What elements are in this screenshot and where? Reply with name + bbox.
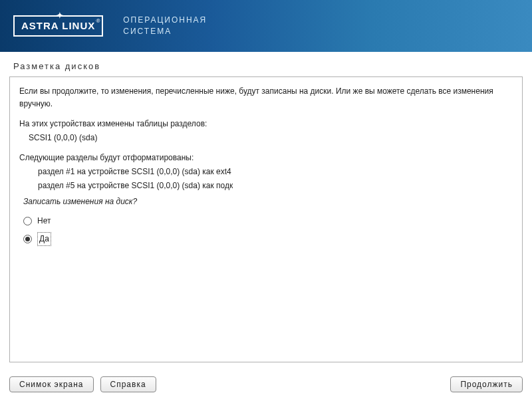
footer: Снимок экрана Справка Продолжить xyxy=(9,376,523,392)
radio-no[interactable]: Нет xyxy=(23,215,513,227)
footer-right: Продолжить xyxy=(450,376,523,392)
intro-text: Если вы продолжите, то изменения, перечи… xyxy=(19,85,513,110)
device-entry: SCSI1 (0,0,0) (sda) xyxy=(19,132,513,144)
subtitle-line1: ОПЕРАЦИОННАЯ xyxy=(123,15,207,26)
partition-entry-1: раздел #1 на устройстве SCSI1 (0,0,0) (s… xyxy=(19,166,513,178)
radio-label-no: Нет xyxy=(37,215,51,227)
radio-group: Нет Да xyxy=(19,215,513,246)
confirm-question: Записать изменения на диск? xyxy=(19,196,513,208)
page-title: Разметка дисков xyxy=(0,52,532,76)
radio-circle-yes xyxy=(23,235,32,243)
registered-icon: ® xyxy=(96,18,100,24)
subtitle-line2: СИСТЕМА xyxy=(123,26,207,37)
radio-label-yes: Да xyxy=(37,232,51,246)
radio-circle-no xyxy=(23,217,32,225)
format-heading: Следующие разделы будут отформатированы: xyxy=(19,152,513,164)
main-panel: Если вы продолжите, то изменения, перечи… xyxy=(9,76,523,362)
screenshot-button[interactable]: Снимок экрана xyxy=(9,376,94,392)
continue-button[interactable]: Продолжить xyxy=(450,376,523,392)
radio-yes[interactable]: Да xyxy=(23,232,513,246)
devices-heading: На этих устройствах изменены таблицы раз… xyxy=(19,118,513,130)
header-bar: ✦ ASTRA LINUX ® ОПЕРАЦИОННАЯ СИСТЕМА xyxy=(0,0,532,52)
footer-left: Снимок экрана Справка xyxy=(9,376,156,392)
logo: ✦ ASTRA LINUX ® xyxy=(13,15,103,37)
logo-text: ASTRA LINUX xyxy=(21,20,95,31)
partition-entry-2: раздел #5 на устройстве SCSI1 (0,0,0) (s… xyxy=(19,180,513,192)
help-button[interactable]: Справка xyxy=(100,376,156,392)
star-icon: ✦ xyxy=(56,10,64,21)
header-subtitle: ОПЕРАЦИОННАЯ СИСТЕМА xyxy=(123,15,207,37)
